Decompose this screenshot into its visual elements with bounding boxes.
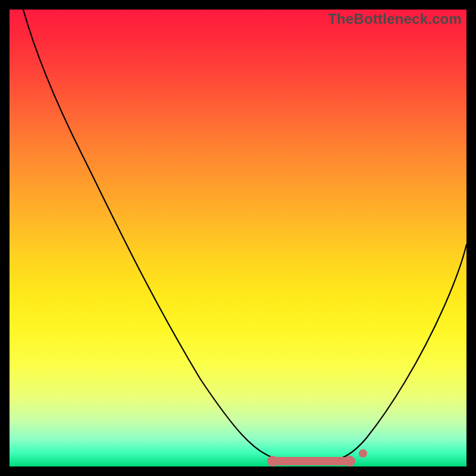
bottleneck-curve [23, 10, 466, 462]
bottom-marker-right-cap [345, 456, 355, 466]
plot-area: TheBottleneck.com [10, 10, 466, 466]
chart-overlay [10, 10, 466, 466]
bottom-marker-blob [270, 457, 352, 465]
bottom-marker-left-cap [267, 456, 278, 466]
right-dot-marker [359, 449, 367, 458]
